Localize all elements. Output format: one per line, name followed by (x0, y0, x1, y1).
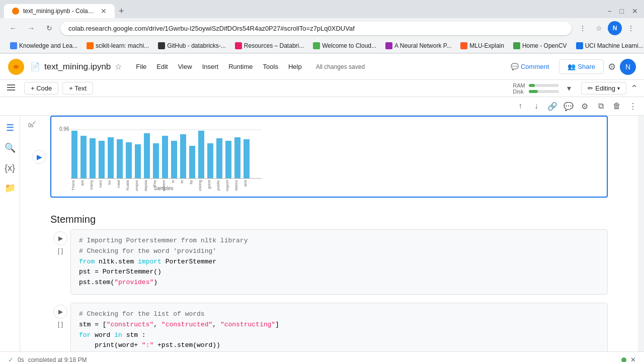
scrollbar[interactable] (638, 116, 644, 351)
sidebar-variables-icon[interactable]: {x} (2, 160, 18, 176)
svg-text:public: public (216, 180, 220, 191)
bar-5 (117, 139, 123, 178)
bookmark-favicon (513, 42, 520, 49)
settings-cell-button[interactable]: ⚙ (578, 99, 592, 113)
status-check-icon: ✓ (8, 356, 14, 362)
status-dot (621, 357, 626, 363)
more-options-button[interactable]: ⋮ (626, 99, 640, 113)
browser-toolbar: ⋮ ☆ N ⋮ (576, 21, 638, 35)
menu-insert[interactable]: Insert (198, 61, 223, 72)
chart-run-button[interactable]: ▶ (32, 150, 46, 164)
editing-dropdown-icon: ▾ (617, 85, 620, 91)
active-tab[interactable]: text_mining.ipynb - Colaboratory ✕ (4, 4, 115, 18)
bar-4 (108, 137, 114, 178)
bookmark-icon[interactable]: ☆ (592, 21, 606, 35)
bar-19 (244, 139, 250, 178)
user-avatar[interactable]: N (620, 59, 636, 75)
collapse-toolbar-button[interactable]: ⌃ (630, 83, 638, 94)
bookmark-item[interactable]: MLU-Explain (456, 40, 508, 51)
keyword-from: from (79, 258, 95, 265)
svg-rect-2 (7, 87, 15, 88)
menu-tools[interactable]: Tools (259, 61, 282, 72)
bookmark-label: MLU-Explain (469, 42, 504, 49)
svg-text:Malaysia: Malaysia (143, 179, 148, 191)
bookmark-label: Knowledge and Lea... (19, 42, 77, 49)
add-code-button[interactable]: + Code (24, 82, 58, 95)
code-line: stm = ["constructs", "constructed", "con… (79, 320, 599, 330)
comment-button[interactable]: 💬 Comment (505, 60, 555, 73)
sidebar-toggle[interactable] (6, 82, 16, 94)
code-area-1: # Importing Porterstemmer from nltk libr… (71, 230, 607, 294)
bookmark-item[interactable]: A Neural Network P... (381, 40, 455, 51)
bookmark-favicon (87, 42, 94, 49)
editing-mode-button[interactable]: ✏ Editing ▾ (581, 82, 626, 95)
comment-span: # Checking for the word 'providing' (79, 247, 216, 255)
tab-favicon (12, 8, 19, 15)
copy-cell-button[interactable]: ⧉ (594, 99, 608, 113)
address-input[interactable] (60, 22, 572, 35)
menu-edit[interactable]: Edit (152, 61, 172, 72)
svg-text:to: to (180, 179, 184, 183)
bookmark-item[interactable]: Knowledge and Lea... (6, 40, 82, 51)
link-button[interactable]: 🔗 (545, 99, 559, 113)
bookmark-item[interactable]: scikit-learn: machi... (83, 40, 153, 51)
code-line: # Importing Porterstemmer from nltk libr… (79, 236, 599, 246)
string-constructing: "constructing" (220, 321, 275, 328)
file-name[interactable]: text_mining.ipynb (44, 62, 111, 72)
share-button[interactable]: 👥 Share (559, 59, 604, 74)
run-cell-1-button[interactable]: ▶ (53, 231, 67, 245)
address-bar: ← → ↻ ⋮ ☆ N ⋮ (0, 18, 644, 38)
ram-disk-indicator[interactable]: RAM Disk (513, 82, 559, 95)
bar-7 (135, 144, 141, 178)
new-tab-icon[interactable]: + (119, 6, 124, 17)
star-icon[interactable]: ☆ (115, 62, 122, 71)
bookmark-item[interactable]: GitHub - databricks-... (154, 40, 230, 51)
colab-body: ☰ 🔍 {x} 📁 ✓ 0s ▶ 0.96 (0, 116, 644, 351)
chart-y-value: 0.96 (59, 126, 69, 132)
ram-disk-dropdown[interactable]: ▾ (567, 83, 571, 93)
bookmark-favicon (313, 42, 320, 49)
svg-text:cars: cars (98, 180, 103, 188)
bookmark-item[interactable]: Welcome to Cloud... (309, 40, 380, 51)
move-up-button[interactable]: ↑ (513, 99, 527, 113)
code-line: print(word+ ":" +pst.stem(word)) (79, 340, 599, 351)
status-bar: ✓ 0s completed at 9:18 PM ✕ (0, 351, 644, 362)
add-text-button[interactable]: + Text (62, 82, 93, 95)
back-button[interactable]: ← (6, 21, 20, 35)
close-icon[interactable]: ✕ (632, 7, 638, 15)
sidebar-search-icon[interactable]: 🔍 (2, 140, 18, 156)
maximize-icon[interactable]: □ (620, 7, 624, 15)
bookmark-item[interactable]: UCI Machine Learni... (572, 40, 644, 51)
menu-view[interactable]: View (174, 61, 196, 72)
bar-15 (207, 143, 213, 178)
svg-text:road: road (116, 180, 121, 188)
bookmark-item[interactable]: Resources – Databri... (231, 40, 308, 51)
menu-icon[interactable]: ⋮ (624, 21, 638, 35)
tab-title: text_mining.ipynb - Colaboratory (23, 8, 97, 15)
reload-button[interactable]: ↻ (42, 21, 56, 35)
cell-content-2[interactable]: # Checking for the list of words stm = [… (70, 303, 608, 351)
profile-icon[interactable]: N (608, 21, 622, 35)
bar-chart: 0.96 (55, 121, 267, 191)
tab-close-icon[interactable]: ✕ (101, 7, 107, 15)
delete-cell-button[interactable]: 🗑 (610, 99, 624, 113)
menu-file[interactable]: File (132, 61, 150, 72)
move-down-button[interactable]: ↓ (529, 99, 543, 113)
menu-help[interactable]: Help (284, 61, 306, 72)
comment-cell-button[interactable]: 💬 (561, 99, 576, 113)
run-cell-2-button[interactable]: ▶ (53, 305, 67, 319)
sidebar-toc-icon[interactable]: ☰ (2, 120, 18, 136)
extensions-icon[interactable]: ⋮ (576, 21, 590, 35)
sidebar-files-icon[interactable]: 📁 (2, 180, 18, 196)
bookmark-favicon (385, 42, 392, 49)
menu-runtime[interactable]: Runtime (224, 61, 257, 72)
ram-progress (529, 84, 559, 87)
colab-app: 📄 text_mining.ipynb ☆ File Edit View Ins… (0, 54, 644, 362)
cell-content-1[interactable]: # Importing Porterstemmer from nltk libr… (70, 229, 608, 295)
forward-button[interactable]: → (24, 21, 38, 35)
minimize-icon[interactable]: − (607, 7, 611, 15)
settings-icon[interactable]: ⚙ (608, 61, 616, 72)
bookmark-item[interactable]: Home - OpenCV (509, 40, 571, 51)
svg-text:solving: solving (198, 180, 202, 191)
status-close-button[interactable]: ✕ (630, 356, 636, 362)
